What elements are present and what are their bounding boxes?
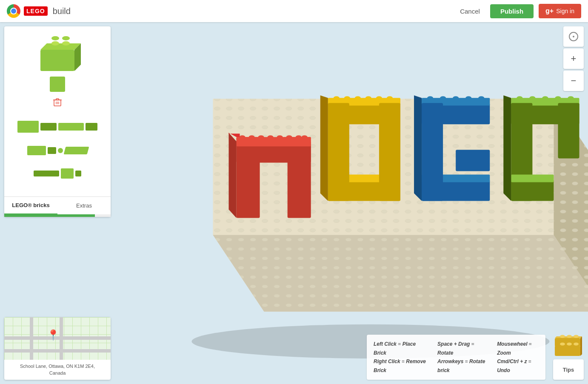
tip-col-2: Space + Drag = Rotate Arrowkeys = Rotate… [437, 340, 488, 375]
map-pin: 📍 [47, 329, 60, 341]
tip-item: Right Click = Remove Brick [374, 357, 429, 375]
brick-item[interactable] [27, 146, 46, 155]
brick-item[interactable] [61, 168, 74, 179]
brick-item[interactable] [58, 148, 63, 153]
svg-point-42 [440, 96, 446, 100]
brick-item[interactable] [75, 171, 81, 176]
svg-point-83 [574, 343, 579, 346]
svg-marker-20 [229, 133, 237, 218]
progress-bar-fill [4, 214, 95, 217]
svg-point-55 [542, 96, 548, 100]
svg-point-41 [427, 96, 433, 100]
svg-point-82 [567, 343, 572, 346]
color-selector[interactable] [50, 77, 65, 92]
svg-point-57 [568, 96, 574, 100]
svg-point-45 [478, 96, 484, 100]
map-panel: 📍 School Lane, Ottawa, ON K1M 2E4, Canad… [4, 317, 111, 380]
chrome-icon [7, 4, 20, 18]
brick-item[interactable] [63, 147, 89, 154]
svg-point-33 [387, 96, 393, 100]
svg-rect-51 [511, 179, 554, 201]
map-address-line2: Canada [49, 370, 66, 375]
svg-point-64 [51, 36, 59, 40]
svg-point-80 [574, 335, 579, 338]
lego-logo: LEGO [24, 6, 48, 16]
target-button[interactable] [563, 26, 584, 47]
app-name: build [53, 6, 71, 16]
svg-marker-58 [503, 95, 511, 201]
left-panel: LEGO® bricks Extras [4, 26, 111, 217]
svg-point-29 [344, 96, 350, 100]
map-road-vertical [30, 317, 33, 360]
progress-bar-container [4, 214, 111, 217]
svg-point-44 [465, 96, 471, 100]
svg-rect-68 [56, 99, 59, 100]
publish-button[interactable]: Publish [490, 4, 534, 18]
svg-rect-52 [511, 174, 554, 182]
svg-point-63 [62, 41, 70, 46]
map-address-line1: School Lane, Ottawa, ON K1M 2E4, [20, 364, 95, 369]
brick-preview-area [4, 26, 111, 196]
map-road-horizontal-2 [4, 349, 111, 353]
svg-point-81 [560, 343, 565, 346]
svg-point-19 [302, 135, 308, 139]
svg-marker-46 [414, 95, 422, 201]
brick-item[interactable] [17, 121, 39, 133]
brick-item[interactable] [48, 147, 56, 154]
tip-item: Cmd/Ctrl + z = Undo [497, 357, 539, 375]
svg-marker-60 [40, 43, 81, 50]
svg-marker-77 [580, 336, 582, 347]
logo-area: LEGO build [7, 4, 71, 18]
svg-point-31 [365, 96, 371, 100]
svg-marker-34 [320, 95, 328, 201]
zoom-in-button[interactable]: + [563, 48, 584, 69]
brick-item[interactable] [58, 123, 84, 131]
bricks-palette [13, 111, 102, 188]
svg-point-15 [268, 135, 274, 139]
svg-point-62 [51, 41, 59, 46]
gplus-icon: g+ [545, 7, 554, 15]
target-icon [569, 32, 578, 41]
brick-item[interactable] [40, 123, 57, 131]
brick-item[interactable] [34, 171, 59, 176]
cancel-button[interactable]: Cancel [455, 5, 485, 17]
svg-rect-50 [558, 103, 579, 158]
svg-rect-72 [555, 346, 580, 356]
svg-point-13 [249, 135, 255, 139]
brick-item[interactable] [86, 123, 97, 131]
svg-point-56 [555, 96, 561, 100]
tip-col-3: Mousewheel = Zoom Cmd/Ctrl + z = Undo [497, 340, 539, 375]
svg-point-32 [376, 96, 382, 100]
svg-rect-39 [422, 103, 443, 201]
signin-label: Sign in [556, 8, 574, 14]
svg-point-54 [529, 96, 535, 100]
tip-item: Arrowkeys = Rotate brick [437, 357, 488, 375]
tip-item: Left Click = Place Brick [374, 340, 429, 357]
tip-col-1: Left Click = Place Brick Right Click = R… [374, 340, 429, 375]
svg-point-18 [296, 135, 302, 139]
app-header: LEGO build Cancel Publish g+ Sign in [0, 0, 588, 22]
svg-point-53 [517, 96, 522, 100]
svg-rect-59 [40, 50, 74, 71]
tabs-row: LEGO® bricks Extras [4, 196, 111, 214]
tab-lego-bricks[interactable]: LEGO® bricks [4, 197, 57, 214]
svg-point-16 [277, 135, 283, 139]
svg-point-30 [355, 96, 361, 100]
map-address: School Lane, Ottawa, ON K1M 2E4, Canada [4, 360, 111, 380]
map-area[interactable]: 📍 [4, 317, 111, 360]
svg-point-43 [453, 96, 459, 100]
svg-rect-40 [456, 150, 490, 171]
svg-point-78 [560, 335, 565, 338]
tip-item: Mousewheel = Zoom [497, 340, 539, 357]
tips-row: Left Click = Place Brick Right Click = R… [374, 340, 539, 375]
tips-button[interactable]: Tips [553, 359, 584, 380]
svg-point-79 [567, 335, 572, 338]
svg-point-28 [334, 96, 340, 100]
gplus-signin-button[interactable]: g+ Sign in [539, 4, 581, 18]
tab-extras[interactable]: Extras [57, 197, 111, 214]
delete-button[interactable] [52, 97, 63, 110]
zoom-out-button[interactable]: − [563, 71, 584, 91]
svg-point-17 [286, 135, 292, 139]
svg-point-14 [258, 135, 264, 139]
bottom-right-area: Tips [553, 327, 584, 380]
